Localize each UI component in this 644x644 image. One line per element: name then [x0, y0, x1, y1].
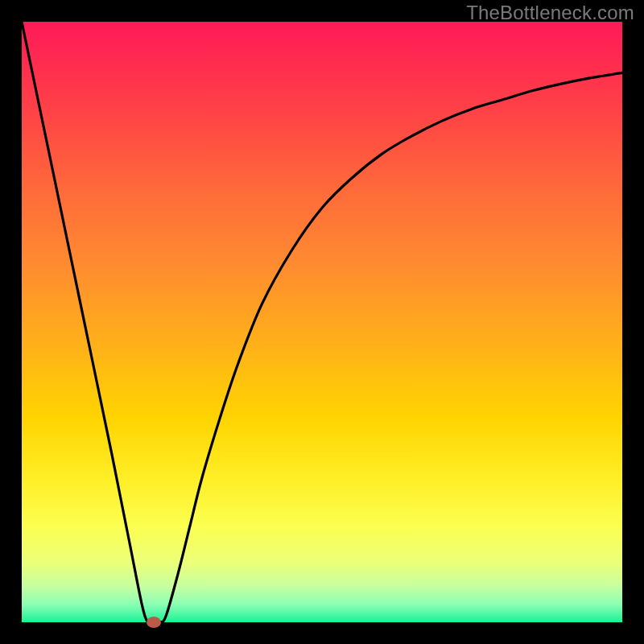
watermark-text: TheBottleneck.com	[466, 2, 634, 24]
plot-area	[22, 22, 622, 622]
bottleneck-curve	[22, 22, 622, 622]
chart-frame: TheBottleneck.com	[0, 0, 644, 644]
optimum-marker	[147, 617, 161, 628]
curve-svg	[22, 22, 622, 622]
